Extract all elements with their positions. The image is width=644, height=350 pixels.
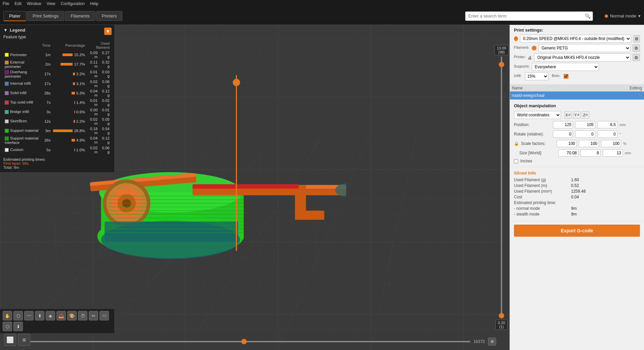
print-profile-select[interactable]: 0.20mm SPEED @MK4S HF0.4 - outside-first… [520,35,631,43]
menu-edit[interactable]: Edit [14,1,22,6]
menu-help[interactable]: Help [90,1,98,6]
mode-chevron-icon[interactable]: ▾ [638,13,641,18]
feature-pct: 1.4% [52,98,86,107]
add-object-btn[interactable]: ⬡ [13,311,23,320]
support-btn[interactable]: ⬇ [35,311,44,320]
layers-view-icon[interactable]: ≡ [18,334,30,346]
first-layer-time: First layer: 56s [3,161,111,165]
feature-color-label: Skirt/Brim [3,117,41,126]
supports-select[interactable]: Everywhere [532,63,599,71]
scale-x-input[interactable] [557,140,577,147]
time-btn[interactable]: ⏱ [78,311,87,320]
print-profile-gear[interactable]: ⚙ [633,35,640,42]
infill-select[interactable]: 15% [525,72,549,80]
print-profile-row: 0.20mm SPEED @MK4S HF0.4 - outside-first… [514,35,640,43]
mirror-btn[interactable]: ⬭ [99,311,109,320]
legend-row: Solid infill 28s 5.3% 0.04 m 0.12 g [3,88,111,98]
rot-z-input[interactable] [597,130,617,138]
reset-y-btn[interactable]: Y ↺ [573,111,580,119]
world-coord-select[interactable]: World coordinates [514,111,561,119]
export-gcode-button[interactable]: Export G-code [514,225,640,237]
scale-z-input[interactable] [601,140,621,147]
sliced-rows: Used Filament (g) 1.60 Used Filament (m)… [514,178,640,217]
tab-plater[interactable]: Plater [3,11,26,21]
rot-unit: ° [619,132,621,136]
object-table-section: Name Editing naald-weegschaal ✎ [510,85,644,100]
table-row[interactable]: naald-weegschaal ✎ [510,91,644,100]
sliced-row: Used Filament (mm³) 1259.48 [514,189,640,194]
menu-bar: File Edit Window View Configuration Help [0,0,644,7]
object-manipulation-section: Object manipulation World coordinates X … [510,100,644,167]
bottom-slider-handle[interactable] [241,339,247,344]
feature-used: 0.18 m [86,126,99,135]
load-btn[interactable]: 📥 [56,311,66,320]
feature-pct: 3.2% [52,69,86,79]
sliced-row: Used Filament (m) 0.52 [514,183,640,188]
color-btn[interactable]: 🎨 [67,311,77,320]
seam-btn[interactable]: ◈ [46,311,55,320]
edit-icon[interactable]: ✎ [638,93,642,98]
reset-x-btn[interactable]: X ↺ [564,111,572,119]
size-x-input[interactable] [558,149,578,157]
sliced-row: Used Filament (g) 1.60 [514,178,640,182]
pos-y-input[interactable] [575,121,595,128]
sliced-val: 9m [571,206,577,211]
size-y-input[interactable] [580,149,601,157]
filament-select[interactable]: Generic PETG [538,44,631,52]
feature-pct: 15.2% [52,50,86,60]
printer-gear[interactable]: ⚙ [633,54,640,61]
scale-unit: % [623,142,627,146]
filament-gear[interactable]: ⚙ [633,44,640,52]
3d-view-icon[interactable]: ⬜ [4,334,16,346]
menu-configuration[interactable]: Configuration [61,1,85,6]
menu-view[interactable]: View [47,1,55,6]
main-area: ▼ Legend Feature type ▼ Time Percentage … [0,25,644,350]
mode-indicator: Normal mode ▾ [605,13,641,18]
menu-file[interactable]: File [3,1,9,6]
rot-x-input[interactable] [553,130,573,138]
brim-checkbox[interactable] [564,74,568,79]
bottom-slider-track[interactable] [30,341,470,342]
feature-pct: 3.1% [52,79,86,88]
settings-icon-btn[interactable]: ⚙ [488,338,496,346]
feature-pct: 28.8% [52,126,86,135]
layer-bottom-sub: (1) [498,325,505,329]
tab-print-settings[interactable]: Print Settings [27,11,64,21]
filter-button[interactable]: ▼ [104,28,112,35]
rot-y-input[interactable] [575,130,595,138]
sliced-key: Used Filament (mm³) [514,189,571,194]
legend-row: Overhang perimeter 17s 3.2% 0.01 m 0.03 … [3,69,111,79]
layer-slider[interactable]: 13.00 (98) 0.20 (1) [498,45,505,330]
layer-slider-track[interactable] [501,56,502,318]
pos-z-input[interactable] [597,121,617,128]
reset-z-btn[interactable]: Z ↺ [582,111,589,119]
tab-filaments[interactable]: Filaments [65,11,95,21]
layer-slider-handle-top[interactable] [499,62,504,67]
mode-label: Normal mode [610,13,636,18]
layer-top-value: 13.00 [497,46,506,50]
feature-pct: 17.7% [52,60,86,69]
print-settings-section: Print settings: 0.20mm SPEED @MK4S HF0.4… [510,25,644,85]
feature-weight: 0.03 g [99,69,111,79]
printer-select[interactable]: Original Prusa MK4S HF0.4 nozzle [534,53,631,62]
size-z-input[interactable] [603,149,623,157]
export-toolbar-btn[interactable]: ⬇ [13,322,23,331]
layer-slider-handle-bottom[interactable] [499,313,504,318]
layer-bottom-badge: 0.20 (1) [495,320,507,330]
tab-printers[interactable]: Printers [96,11,123,21]
viewport[interactable]: ▼ Legend Feature type ▼ Time Percentage … [0,25,510,350]
pos-x-input[interactable] [553,121,573,128]
feature-used: 0.01 m [86,69,99,79]
right-panel: Print settings: 0.20mm SPEED @MK4S HF0.4… [510,25,644,350]
size-label: Size [World]: [519,151,556,155]
orient-btn[interactable]: ⬡ [3,322,12,331]
cut-btn[interactable]: ✂ [89,311,98,320]
scale-y-input[interactable] [579,140,599,147]
inches-checkbox[interactable] [514,159,518,163]
heightmap-btn[interactable]: 〰 [24,311,34,320]
menu-window[interactable]: Window [27,1,41,6]
feature-used: 0.01 m [86,98,99,107]
svg-rect-25 [105,222,238,242]
search-input[interactable] [465,11,593,21]
select-tool-btn[interactable]: ✋ [3,311,12,320]
